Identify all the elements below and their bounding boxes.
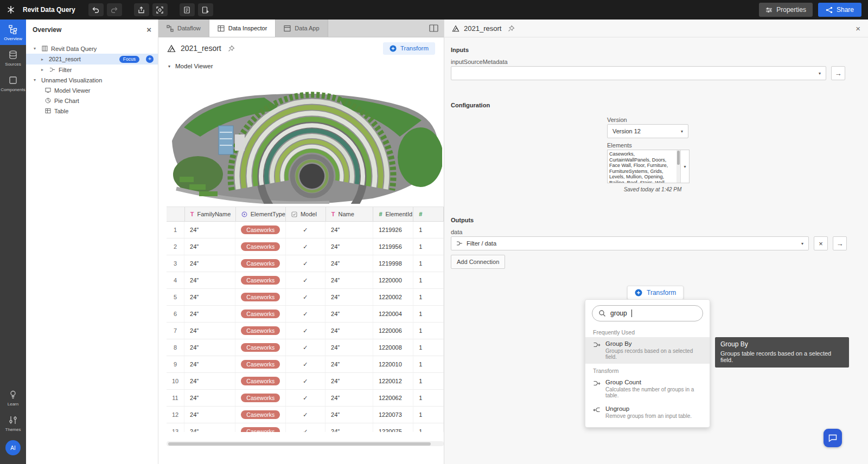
cell-element-type: Caseworks [235,339,285,356]
tree-item-table[interactable]: Table [26,106,158,116]
tree-item-model-viewer[interactable]: Model Viewer [26,85,158,95]
rail-item-components[interactable]: Components [0,70,26,96]
table-row[interactable]: 11 24" Caseworks ✓ 24" 1220062 1 [167,390,444,407]
tree-label-table: Table [54,108,68,114]
new-doc-button[interactable] [198,3,213,16]
rail-item-overview[interactable]: Overview [0,20,26,45]
element-type-badge: Caseworks [241,343,280,352]
capture-button[interactable] [152,3,168,16]
elements-scrollbar-thumb[interactable] [677,151,680,165]
go-to-output-button[interactable]: → [833,236,847,250]
chevron-right-icon[interactable]: ▸ [41,57,46,62]
header-element-type[interactable]: ElementType [236,207,286,221]
panel-transform-button[interactable]: Transform [627,286,684,300]
inspector-transform-button[interactable]: Transform [383,42,435,55]
menu-item-group-by[interactable]: Group By Groups records based on a selec… [585,337,710,364]
share-button[interactable]: Share [818,3,861,17]
chevron-down-icon[interactable]: ▾ [680,150,689,183]
resort-node-icon [167,44,176,53]
undo-button[interactable] [88,3,104,16]
table-row[interactable]: 9 24" Caseworks ✓ 24" 1220010 1 [167,356,444,373]
tree-item-root[interactable]: ▾ Revit Data Query [26,43,158,54]
ai-assistant-button[interactable]: AI [5,440,21,455]
row-number: 12 [167,407,184,423]
table-row[interactable]: 12 24" Caseworks ✓ 24" 1220073 1 [167,407,444,423]
table-row[interactable]: 13 24" Caseworks ✓ 24" 1220075 1 [167,423,444,432]
go-to-input-button[interactable]: → [831,66,845,80]
version-select[interactable]: Version 12 ▾ [607,124,688,138]
split-view-button[interactable] [429,24,438,32]
header-name[interactable]: T Name [326,207,374,221]
cell-family-name: 24" [184,339,235,356]
menu-item-ungroup[interactable]: Ungroup Remove groups from an input tabl… [585,402,710,423]
model-viewer-canvas[interactable] [167,76,442,204]
rail-item-sources[interactable]: Sources [0,45,26,70]
rail-item-learn[interactable]: Learn [0,385,26,410]
transform-search-popover: group Frequently Used Group By Groups re… [585,299,710,428]
model-viewer-section-toggle[interactable]: ▾ Model Viewer [168,63,213,69]
add-node-button[interactable]: + [146,55,154,63]
table-row[interactable]: 4 24" Caseworks ✓ 24" 1220000 1 [167,272,444,289]
node-properties-panel: 2021_resort × Inputs inputSourceMetadata… [444,20,868,464]
menu-item-group-count[interactable]: Group Count Calculates the number of gro… [585,376,710,402]
scrollbar-thumb[interactable] [168,442,431,446]
table-row[interactable]: 3 24" Caseworks ✓ 24" 1219998 1 [167,255,444,272]
elements-scrollbar[interactable] [676,150,680,183]
panel-close-button[interactable]: × [856,24,860,33]
cell-element-type: Caseworks [235,222,285,238]
table-row[interactable]: 5 24" Caseworks ✓ 24" 1220002 1 [167,289,444,306]
tree-item-visualization[interactable]: ▾ Unnamed Visualization [26,75,158,85]
add-connection-button[interactable]: Add Connection [451,255,505,269]
rail-item-themes[interactable]: Themes [0,410,26,436]
table-row[interactable]: 10 24" Caseworks ✓ 24" 1220012 1 [167,373,444,390]
header-family-label: FamilyName [197,211,231,217]
dataflow-doc-button[interactable] [180,3,195,16]
pin-icon[interactable] [508,25,515,32]
table-row[interactable]: 8 24" Caseworks ✓ 24" 1220008 1 [167,339,444,356]
tab-dataflow[interactable]: Dataflow [158,20,209,37]
tree-item-pie-chart[interactable]: Pie Chart [26,95,158,106]
overview-panel: Overview × ▾ Revit Data Query ▸ 2021_res… [26,20,158,464]
element-type-badge: Caseworks [241,377,280,386]
table-row[interactable]: 2 24" Caseworks ✓ 24" 1219956 1 [167,239,444,255]
tree-label-pie-chart: Pie Chart [54,98,79,104]
table-row[interactable]: 1 24" Caseworks ✓ 24" 1219926 1 [167,222,444,239]
input-source-select[interactable]: ▾ [451,66,826,80]
transform-search-input[interactable]: group [592,305,703,321]
header-family-name[interactable]: T FamilyName [185,207,236,221]
pin-icon[interactable] [228,45,235,52]
focus-badge[interactable]: Focus [119,56,139,63]
overview-close-button[interactable]: × [146,25,151,34]
remove-connection-button[interactable]: × [814,236,828,250]
table-row[interactable]: 7 24" Caseworks ✓ 24" 1220006 1 [167,323,444,339]
header-element-id[interactable]: # ElementId.In... [373,207,413,221]
cell-name: 24" [326,407,373,423]
tree-label-filter: Filter [59,67,72,73]
chevron-right-icon[interactable]: ▸ [41,67,46,72]
cell-name: 24" [326,222,373,238]
number-type-icon: # [419,211,422,217]
horizontal-scrollbar[interactable] [167,441,444,446]
chat-feedback-button[interactable] [824,429,842,447]
chevron-down-icon: ▾ [681,129,683,134]
share-label: Share [837,6,854,14]
tree-item-resort[interactable]: ▸ 2021_resort Focus + [26,54,158,65]
pie-chart-icon [44,98,51,104]
tab-data-app[interactable]: Data App [276,20,328,37]
output-connection-select[interactable]: Filter / data ▾ [451,236,809,250]
chevron-down-icon[interactable]: ▾ [34,46,38,51]
header-clipped-column[interactable]: # [413,207,444,221]
boolean-type-icon [291,211,297,217]
ungroup-desc: Remove groups from an input table. [605,413,692,419]
table-row[interactable]: 6 24" Caseworks ✓ 24" 1220004 1 [167,306,444,323]
cell-model-check: ✓ [286,289,326,305]
publish-button[interactable] [134,3,149,16]
tree-item-filter[interactable]: ▸ Filter [26,65,158,75]
properties-button[interactable]: Properties [759,3,813,17]
redo-button[interactable] [107,3,122,16]
chevron-down-icon[interactable]: ▾ [34,78,38,82]
tab-data-inspector[interactable]: Data Inspector [209,20,276,37]
elements-multiselect[interactable]: Caseworks, CurtainWallPanels, Doors, Fac… [607,150,690,183]
element-type-badge: Caseworks [241,410,280,420]
header-model[interactable]: Model [286,207,326,221]
